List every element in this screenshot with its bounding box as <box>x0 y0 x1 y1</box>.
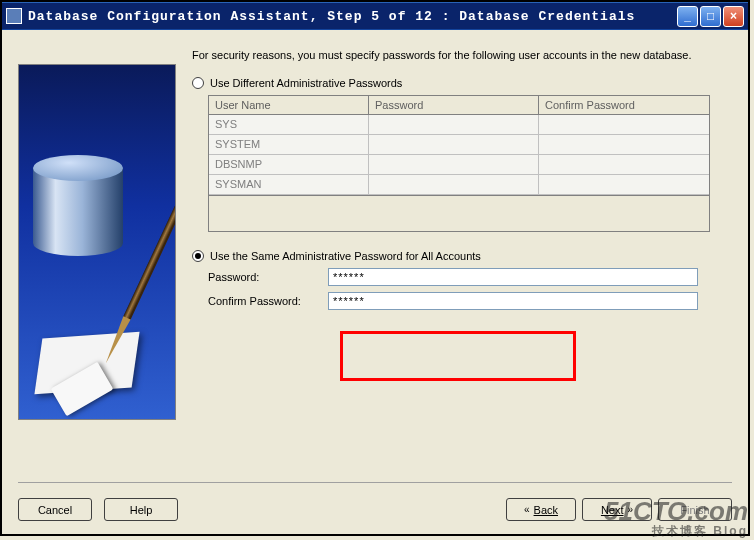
option-same-password[interactable]: Use the Same Administrative Password for… <box>192 250 732 262</box>
minimize-button[interactable]: _ <box>677 6 698 27</box>
table-row: SYS <box>209 115 709 135</box>
chevron-left-icon: « <box>524 504 530 515</box>
password-input[interactable] <box>328 268 698 286</box>
help-button[interactable]: Help <box>104 498 178 521</box>
cell-confirm[interactable] <box>539 135 709 155</box>
next-button[interactable]: Next » <box>582 498 652 521</box>
table-header: User Name Password Confirm Password <box>209 96 709 115</box>
back-button[interactable]: « Back <box>506 498 576 521</box>
col-confirm: Confirm Password <box>539 96 709 115</box>
confirm-password-label: Confirm Password: <box>208 295 328 307</box>
option-different-passwords[interactable]: Use Different Administrative Passwords <box>192 77 732 89</box>
cell-password[interactable] <box>369 135 539 155</box>
window-title: Database Configuration Assistant, Step 5… <box>28 9 677 24</box>
cell-username: SYSMAN <box>209 175 369 195</box>
cell-password[interactable] <box>369 155 539 175</box>
option-different-label: Use Different Administrative Passwords <box>210 77 402 89</box>
annotation-highlight <box>340 331 576 381</box>
chevron-right-icon: » <box>628 504 634 515</box>
cell-password[interactable] <box>369 175 539 195</box>
cell-confirm[interactable] <box>539 155 709 175</box>
confirm-password-input[interactable] <box>328 292 698 310</box>
maximize-button[interactable]: □ <box>700 6 721 27</box>
app-window: Database Configuration Assistant, Step 5… <box>0 0 750 536</box>
col-password: Password <box>369 96 539 115</box>
cell-username: SYS <box>209 115 369 135</box>
cell-password[interactable] <box>369 115 539 135</box>
col-username: User Name <box>209 96 369 115</box>
password-label: Password: <box>208 271 328 283</box>
table-row: SYSMAN <box>209 175 709 195</box>
radio-icon <box>192 77 204 89</box>
cell-username: DBSNMP <box>209 155 369 175</box>
wizard-footer: Cancel Help « Back Next » Finish <box>18 482 732 526</box>
cell-username: SYSTEM <box>209 135 369 155</box>
instruction-text: For security reasons, you must specify p… <box>192 48 732 63</box>
option-same-label: Use the Same Administrative Password for… <box>210 250 481 262</box>
close-button[interactable]: × <box>723 6 744 27</box>
cancel-button[interactable]: Cancel <box>18 498 92 521</box>
finish-button: Finish <box>658 498 732 521</box>
table-empty-area <box>209 195 709 231</box>
app-icon <box>6 8 22 24</box>
cell-confirm[interactable] <box>539 175 709 195</box>
client-area: For security reasons, you must specify p… <box>2 30 748 534</box>
wizard-banner-image <box>18 64 176 420</box>
table-row: SYSTEM <box>209 135 709 155</box>
table-row: DBSNMP <box>209 155 709 175</box>
radio-icon <box>192 250 204 262</box>
content-pane: For security reasons, you must specify p… <box>192 42 732 472</box>
titlebar: Database Configuration Assistant, Step 5… <box>2 2 748 30</box>
cell-confirm[interactable] <box>539 115 709 135</box>
accounts-table: User Name Password Confirm Password SYS … <box>208 95 710 232</box>
